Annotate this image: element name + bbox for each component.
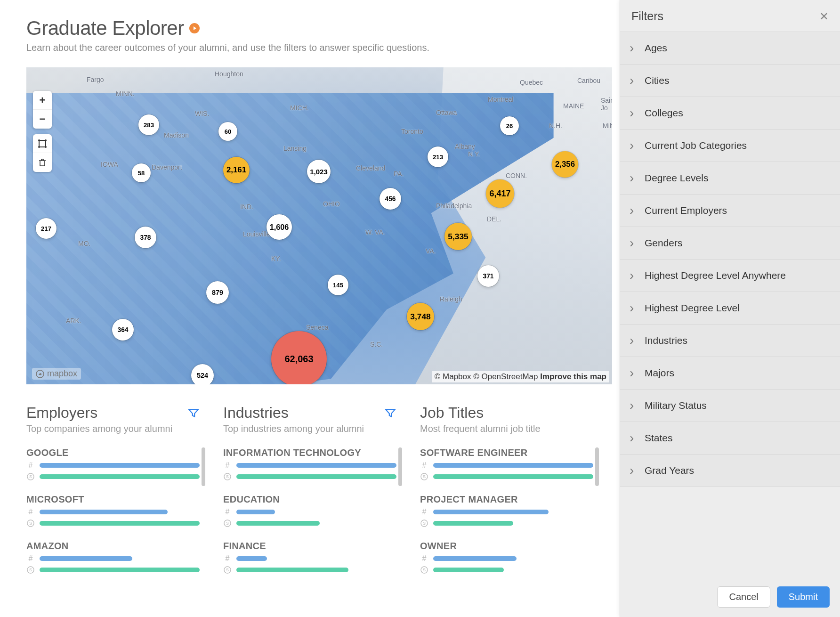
filter-row-genders[interactable]: ›Genders (620, 227, 840, 260)
svg-point-5 (45, 146, 47, 148)
salary-icon: S (223, 472, 232, 481)
zoom-out-button[interactable]: − (33, 110, 52, 129)
svg-rect-1 (39, 140, 46, 147)
map-cluster-bubble[interactable]: 5,335 (444, 223, 472, 250)
chevron-right-icon: › (630, 76, 637, 85)
map-cluster-bubble[interactable]: 1,023 (307, 160, 331, 183)
map-cluster-bubble[interactable]: 378 (135, 227, 156, 248)
filter-row-current-job-categories[interactable]: ›Current Job Categories (620, 130, 840, 162)
list-item[interactable]: INFORMATION TECHNOLOGY#S (223, 447, 396, 481)
map-cluster-bubble[interactable]: 58 (132, 163, 151, 182)
map-cluster-bubble[interactable]: 6,417 (486, 179, 514, 208)
filter-label: Current Job Categories (645, 140, 747, 151)
filter-row-current-employers[interactable]: ›Current Employers (620, 195, 840, 227)
map-cluster-bubble[interactable]: 60 (218, 122, 237, 141)
count-icon: # (223, 508, 232, 516)
map-cluster-bubble[interactable]: 879 (206, 281, 229, 304)
list-item[interactable]: EDUCATION#S (223, 494, 396, 528)
scrollbar[interactable] (398, 447, 402, 486)
list-item[interactable]: PROJECT MANAGER#S (420, 494, 593, 528)
list-item[interactable]: OWNER#S (420, 541, 593, 574)
map-cluster-bubble[interactable]: 26 (500, 116, 519, 135)
map-cluster-bubble[interactable]: 283 (138, 114, 159, 135)
clear-selection-button[interactable] (33, 153, 52, 172)
cancel-button[interactable]: Cancel (717, 586, 770, 608)
list-item[interactable]: AMAZON#S (26, 541, 200, 574)
submit-button[interactable]: Submit (777, 586, 830, 608)
list-item[interactable]: GOOGLE#S (26, 447, 200, 481)
map-cluster-bubble[interactable]: 217 (36, 218, 57, 239)
filter-row-majors[interactable]: ›Majors (620, 357, 840, 390)
map-cluster-bubble[interactable]: 456 (380, 188, 401, 210)
count-icon: # (223, 461, 232, 470)
filter-row-states[interactable]: ›States (620, 422, 840, 455)
improve-map-link[interactable]: Improve this map (540, 372, 606, 381)
svg-text:S: S (423, 521, 426, 526)
zoom-in-button[interactable]: + (33, 91, 52, 110)
scrollbar[interactable] (595, 447, 599, 486)
map-cluster-bubble[interactable]: 371 (477, 265, 499, 287)
column-subtitle: Top industries among your alumni (223, 423, 396, 434)
filter-row-industries[interactable]: ›Industries (620, 325, 840, 357)
close-icon[interactable]: ✕ (819, 10, 829, 23)
map-cluster-bubble[interactable]: 213 (428, 146, 448, 167)
chevron-right-icon: › (630, 174, 637, 182)
salary-icon: S (26, 566, 35, 574)
map-cluster-bubble[interactable]: 524 (191, 364, 214, 384)
item-name: EDUCATION (223, 494, 396, 505)
item-name: FINANCE (223, 541, 396, 552)
map-cluster-bubble[interactable]: 3,748 (407, 303, 434, 330)
chevron-right-icon: › (630, 466, 637, 475)
alumni-map[interactable]: FargoHoughtonMINN.QuebecCaribouWIS.MICH.… (26, 67, 612, 384)
svg-text:S: S (423, 568, 426, 572)
count-icon: # (420, 508, 428, 516)
filter-row-degree-levels[interactable]: ›Degree Levels (620, 162, 840, 195)
column-title: Employers (26, 404, 97, 422)
filter-label: Genders (645, 237, 683, 249)
chevron-right-icon: › (630, 141, 637, 150)
list-item[interactable]: FINANCE#S (223, 541, 396, 574)
salary-icon: S (223, 566, 232, 574)
page-title: Graduate Explorer (26, 17, 184, 40)
salary-icon: S (420, 566, 428, 574)
filter-label: Ages (645, 42, 667, 54)
map-cluster-bubble[interactable]: 364 (112, 319, 134, 341)
filter-row-highest-degree-level-anywhere[interactable]: ›Highest Degree Level Anywhere (620, 260, 840, 292)
column-job-titles: Job TitlesMost frequent alumni job title… (420, 404, 593, 587)
svg-point-4 (38, 146, 40, 148)
map-cluster-bubble[interactable]: 1,606 (267, 214, 292, 240)
filter-label: Colleges (645, 107, 683, 119)
list-item[interactable]: MICROSOFT#S (26, 494, 200, 528)
svg-text:S: S (29, 568, 32, 572)
column-subtitle: Most frequent alumni job title (420, 423, 593, 434)
scrollbar[interactable] (202, 447, 205, 486)
map-cluster-bubble[interactable]: 62,063 (271, 331, 327, 384)
map-cluster-bubble[interactable]: 145 (328, 275, 348, 295)
chevron-right-icon: › (630, 109, 637, 117)
svg-text:S: S (29, 474, 32, 479)
filter-row-colleges[interactable]: ›Colleges (620, 97, 840, 130)
filter-icon[interactable] (384, 407, 396, 419)
filter-label: Highest Degree Level (645, 302, 740, 314)
column-employers: EmployersTop companies among your alumni… (26, 404, 200, 587)
filter-row-cities[interactable]: ›Cities (620, 65, 840, 97)
map-cluster-bubble[interactable]: 2,161 (223, 157, 250, 183)
map-cluster-bubble[interactable]: 2,356 (552, 151, 578, 178)
column-title: Job Titles (420, 404, 484, 422)
item-name: OWNER (420, 541, 593, 552)
list-item[interactable]: SOFTWARE ENGINEER#S (420, 447, 593, 481)
filter-row-highest-degree-level[interactable]: ›Highest Degree Level (620, 292, 840, 325)
filter-icon[interactable] (187, 407, 200, 419)
play-tutorial-icon[interactable] (189, 23, 200, 34)
filter-label: Highest Degree Level Anywhere (645, 270, 786, 281)
item-name: AMAZON (26, 541, 200, 552)
chevron-right-icon: › (630, 304, 637, 312)
map-attribution: © Mapbox © OpenStreetMap Improve this ma… (432, 371, 609, 382)
box-select-button[interactable] (33, 134, 52, 153)
svg-text:S: S (226, 568, 229, 572)
svg-point-3 (45, 139, 47, 141)
filter-row-grad-years[interactable]: ›Grad Years (620, 455, 840, 487)
filter-label: Cities (645, 75, 670, 86)
filter-row-military-status[interactable]: ›Military Status (620, 390, 840, 422)
filter-row-ages[interactable]: ›Ages (620, 32, 840, 65)
